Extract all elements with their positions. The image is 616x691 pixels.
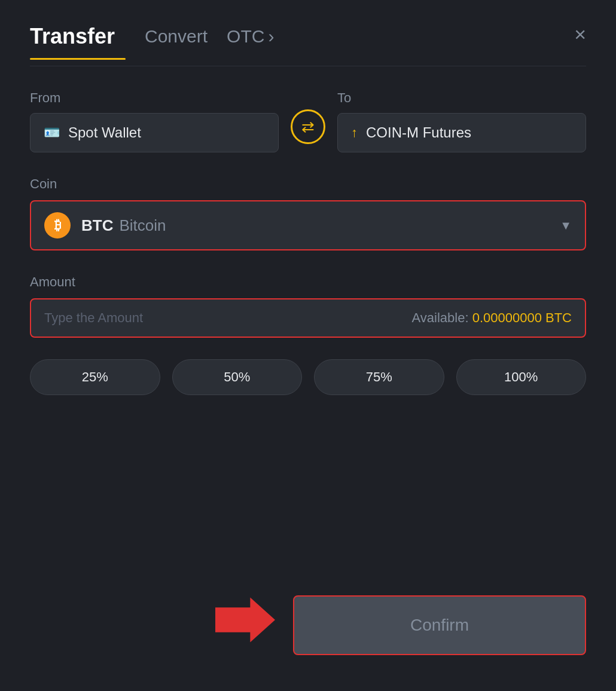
divider — [30, 66, 586, 66]
to-group: To ↑ COIN-M Futures — [337, 90, 586, 152]
card-icon: 🪪 — [44, 125, 60, 140]
tab-otc[interactable]: OTC › — [227, 26, 274, 57]
tab-convert[interactable]: Convert — [145, 26, 208, 57]
amount-input-box[interactable]: Type the Amount Available: 0.00000000 BT… — [30, 298, 586, 338]
pct-25-button[interactable]: 25% — [30, 359, 160, 395]
to-wallet-label: COIN-M Futures — [366, 124, 471, 141]
from-to-section: From 🪪 Spot Wallet ⇄ To ↑ COIN-M Futures — [30, 90, 586, 152]
chevron-right-icon: › — [268, 26, 274, 47]
futures-icon: ↑ — [351, 125, 358, 140]
from-wallet-selector[interactable]: 🪪 Spot Wallet — [30, 113, 279, 152]
tab-transfer[interactable]: Transfer — [30, 24, 126, 60]
to-label: To — [337, 90, 586, 106]
pct-75-button[interactable]: 75% — [314, 359, 444, 395]
header: Transfer Convert OTC › × — [30, 24, 586, 60]
coin-name: Bitcoin — [119, 216, 166, 235]
coin-section: Coin ₿ BTC Bitcoin ▼ — [30, 176, 586, 250]
amount-section: Amount Type the Amount Available: 0.0000… — [30, 274, 586, 338]
to-wallet-selector[interactable]: ↑ COIN-M Futures — [337, 113, 586, 152]
swap-button[interactable]: ⇄ — [291, 109, 325, 144]
bottom-area: Confirm — [30, 595, 586, 655]
from-wallet-label: Spot Wallet — [68, 124, 141, 141]
coin-label: Coin — [30, 176, 57, 191]
amount-label: Amount — [30, 274, 75, 289]
swap-button-container: ⇄ — [291, 109, 325, 152]
transfer-modal: Transfer Convert OTC › × From 🪪 Spot Wal… — [0, 0, 616, 691]
pct-50-button[interactable]: 50% — [172, 359, 303, 395]
available-value: 0.00000000 BTC — [472, 310, 572, 325]
btc-icon: ₿ — [44, 212, 71, 239]
from-label: From — [30, 90, 279, 106]
from-group: From 🪪 Spot Wallet — [30, 90, 279, 152]
red-arrow-icon — [215, 593, 275, 647]
percentage-buttons: 25% 50% 75% 100% — [30, 359, 586, 395]
svg-marker-0 — [215, 598, 275, 643]
arrow-indicator — [215, 593, 275, 649]
coin-selector[interactable]: ₿ BTC Bitcoin ▼ — [30, 200, 586, 250]
coin-symbol: BTC — [81, 216, 113, 235]
swap-icon: ⇄ — [301, 118, 315, 136]
available-text: Available: 0.00000000 BTC — [412, 310, 572, 326]
pct-100-button[interactable]: 100% — [456, 359, 587, 395]
chevron-down-icon: ▼ — [560, 219, 572, 233]
confirm-button[interactable]: Confirm — [293, 595, 586, 655]
amount-placeholder: Type the Amount — [44, 310, 143, 326]
close-button[interactable]: × — [574, 24, 586, 44]
